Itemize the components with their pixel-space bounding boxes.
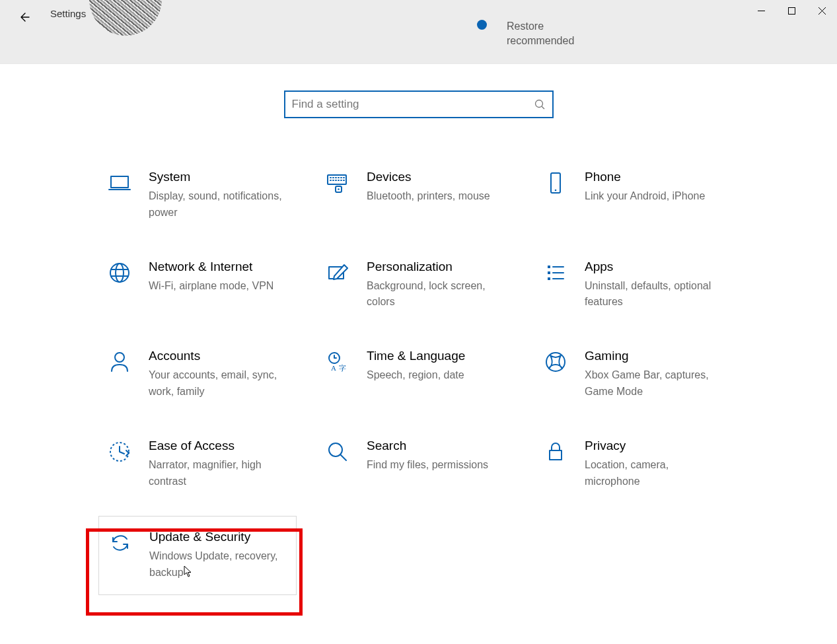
list-icon xyxy=(542,260,569,286)
tile-text: AppsUninstall, defaults, optional featur… xyxy=(585,260,723,311)
tile-desc: Background, lock screen, colors xyxy=(367,278,505,311)
tile-text: Time & LanguageSpeech, region, date xyxy=(367,349,465,384)
tile-system[interactable]: SystemDisplay, sound, notifications, pow… xyxy=(102,164,320,227)
svg-rect-0 xyxy=(788,7,795,14)
restore-recommended-line1: Restore xyxy=(507,20,544,33)
tile-text: AccountsYour accounts, email, sync, work… xyxy=(149,349,287,400)
tile-desc: Narrator, magnifier, high contrast xyxy=(149,457,287,490)
close-icon xyxy=(819,7,826,15)
tile-gaming[interactable]: GamingXbox Game Bar, captures, Game Mode xyxy=(538,343,756,406)
globe-icon xyxy=(106,260,133,286)
svg-point-14 xyxy=(115,353,124,362)
tile-desc: Bluetooth, printers, mouse xyxy=(367,188,490,205)
minimize-button[interactable] xyxy=(746,0,776,21)
svg-rect-2 xyxy=(111,176,128,188)
tile-title: Update & Security xyxy=(149,530,288,544)
svg-point-7 xyxy=(555,190,557,192)
back-button[interactable] xyxy=(16,9,32,25)
tile-title: Search xyxy=(367,439,488,453)
tile-title: Devices xyxy=(367,170,490,184)
tile-text: Update & SecurityWindows Update, recover… xyxy=(149,530,288,581)
tile-text: DevicesBluetooth, printers, mouse xyxy=(367,170,490,205)
toggle-dot-icon xyxy=(477,20,487,30)
tile-desc: Find my files, permissions xyxy=(367,457,488,474)
restore-recommended-line2: recommended xyxy=(507,34,574,48)
tile-text: Ease of AccessNarrator, magnifier, high … xyxy=(149,439,287,490)
svg-rect-21 xyxy=(550,450,562,460)
search-box[interactable] xyxy=(284,90,554,118)
tile-title: System xyxy=(149,170,287,184)
toggle-fragment[interactable] xyxy=(459,17,488,32)
lock-icon xyxy=(542,439,569,465)
tile-title: Apps xyxy=(585,260,723,274)
tile-text: PersonalizationBackground, lock screen, … xyxy=(367,260,505,311)
tile-desc: Speech, region, date xyxy=(367,367,465,384)
maximize-icon xyxy=(788,7,795,15)
tile-find[interactable]: SearchFind my files, permissions xyxy=(320,433,538,495)
tile-text: Network & InternetWi-Fi, airplane mode, … xyxy=(149,260,273,295)
svg-text:A: A xyxy=(331,364,336,372)
tile-time[interactable]: A字Time & LanguageSpeech, region, date xyxy=(320,343,538,406)
laptop-icon xyxy=(106,170,133,196)
clock-lang-icon: A字 xyxy=(324,349,351,375)
tile-desc: Your accounts, email, sync, work, family xyxy=(149,367,287,400)
svg-point-9 xyxy=(116,264,124,282)
svg-text:字: 字 xyxy=(339,364,346,372)
tile-desc: Windows Update, recovery, backup xyxy=(149,548,288,581)
tile-title: Phone xyxy=(585,170,705,184)
svg-point-8 xyxy=(110,264,129,282)
tile-text: SystemDisplay, sound, notifications, pow… xyxy=(149,170,287,221)
tile-update[interactable]: Update & SecurityWindows Update, recover… xyxy=(98,516,297,595)
svg-rect-12 xyxy=(548,271,550,274)
tile-title: Network & Internet xyxy=(149,260,273,274)
pen-icon xyxy=(324,260,351,286)
svg-rect-11 xyxy=(548,266,550,268)
titlebar: Settings recommended Restore xyxy=(0,0,837,64)
svg-point-5 xyxy=(338,188,340,190)
search-icon xyxy=(534,98,546,110)
tile-personalization[interactable]: PersonalizationBackground, lock screen, … xyxy=(320,254,538,316)
tile-title: Gaming xyxy=(585,349,723,363)
tile-desc: Location, camera, microphone xyxy=(585,457,723,490)
keyboard-icon xyxy=(324,170,351,196)
tile-text: GamingXbox Game Bar, captures, Game Mode xyxy=(585,349,723,400)
minimize-icon xyxy=(758,7,765,15)
tile-devices[interactable]: DevicesBluetooth, printers, mouse xyxy=(320,164,538,227)
tile-network[interactable]: Network & InternetWi-Fi, airplane mode, … xyxy=(102,254,320,316)
tile-text: PhoneLink your Android, iPhone xyxy=(585,170,705,205)
tile-desc: Xbox Game Bar, captures, Game Mode xyxy=(585,367,723,400)
tile-text: PrivacyLocation, camera, microphone xyxy=(585,439,723,490)
window-title: Settings xyxy=(50,8,86,19)
tile-phone[interactable]: PhoneLink your Android, iPhone xyxy=(538,164,756,227)
tile-text: SearchFind my files, permissions xyxy=(367,439,488,474)
tile-title: Privacy xyxy=(585,439,723,453)
tile-apps[interactable]: AppsUninstall, defaults, optional featur… xyxy=(538,254,756,316)
tile-ease[interactable]: Ease of AccessNarrator, magnifier, high … xyxy=(102,433,320,495)
tile-desc: Uninstall, defaults, optional features xyxy=(585,278,723,311)
search-big-icon xyxy=(324,439,351,465)
tile-privacy[interactable]: PrivacyLocation, camera, microphone xyxy=(538,433,756,495)
window-controls xyxy=(746,0,837,21)
maximize-button[interactable] xyxy=(776,0,807,21)
tile-title: Accounts xyxy=(149,349,287,363)
settings-grid: SystemDisplay, sound, notifications, pow… xyxy=(102,164,756,595)
avatar-fragment xyxy=(89,0,162,36)
sync-icon xyxy=(107,530,133,556)
tile-accounts[interactable]: AccountsYour accounts, email, sync, work… xyxy=(102,343,320,406)
search-input[interactable] xyxy=(292,98,534,111)
svg-point-1 xyxy=(535,100,542,108)
tile-title: Ease of Access xyxy=(149,439,287,453)
phone-icon xyxy=(542,170,569,196)
person-icon xyxy=(106,349,133,375)
ease-icon xyxy=(106,439,133,465)
svg-rect-13 xyxy=(548,277,550,280)
tile-title: Personalization xyxy=(367,260,505,274)
tile-desc: Wi-Fi, airplane mode, VPN xyxy=(149,278,273,295)
search-row xyxy=(0,90,837,118)
arrow-left-icon xyxy=(18,11,30,23)
xbox-icon xyxy=(542,349,569,375)
tile-desc: Display, sound, notifications, power xyxy=(149,188,287,221)
tile-title: Time & Language xyxy=(367,349,465,363)
tile-desc: Link your Android, iPhone xyxy=(585,188,705,205)
close-button[interactable] xyxy=(807,0,837,21)
